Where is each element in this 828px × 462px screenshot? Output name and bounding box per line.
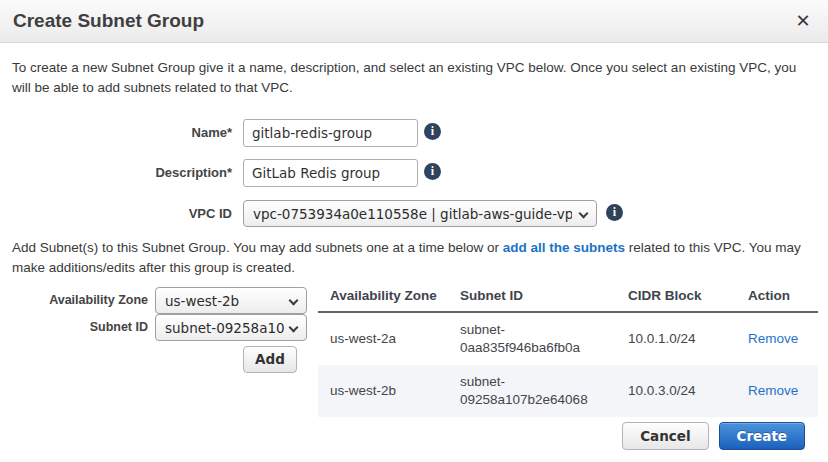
add-subnets-text: Add Subnet(s) to this Subnet Group. You … <box>12 238 818 278</box>
description-label: Description* <box>0 165 232 180</box>
cell-availability-zone: us-west-2b <box>318 365 448 417</box>
remove-link[interactable]: Remove <box>748 331 798 346</box>
add-all-subnets-link[interactable]: add all the subnets <box>503 240 625 255</box>
intro-text: To create a new Subnet Group give it a n… <box>12 58 818 98</box>
col-header-availability-zone: Availability Zone <box>318 283 448 312</box>
subnet-id-label: Subnet ID <box>0 320 148 334</box>
create-button[interactable]: Create <box>719 422 805 450</box>
info-icon[interactable]: i <box>424 123 441 140</box>
chevron-down-icon <box>289 296 299 306</box>
subnet-id-selected-value: subnet-09258a10 <box>165 320 285 336</box>
table-header-row: Availability Zone Subnet ID CIDR Block A… <box>318 283 818 312</box>
table-row: us-west-2b subnet-09258a107b2e64068 10.0… <box>318 365 818 417</box>
availability-zone-select[interactable]: us-west-2b <box>155 287 307 314</box>
modal-header: Create Subnet Group ✕ <box>0 0 828 43</box>
info-icon[interactable]: i <box>606 204 623 221</box>
subnet-table: Availability Zone Subnet ID CIDR Block A… <box>318 283 818 417</box>
add-subnets-text-before: Add Subnet(s) to this Subnet Group. You … <box>12 240 503 255</box>
cell-subnet-id: subnet-0aa835f946ba6fb0a <box>448 312 616 365</box>
availability-zone-label: Availability Zone <box>0 293 148 307</box>
vpc-id-label: VPC ID <box>0 206 232 221</box>
cell-cidr-block: 10.0.1.0/24 <box>616 312 736 365</box>
subnet-id-select[interactable]: subnet-09258a10 <box>155 314 307 341</box>
add-button[interactable]: Add <box>243 346 297 373</box>
name-label: Name* <box>0 125 232 140</box>
info-icon[interactable]: i <box>424 163 441 180</box>
col-header-subnet-id: Subnet ID <box>448 283 616 312</box>
col-header-cidr-block: CIDR Block <box>616 283 736 312</box>
close-icon[interactable]: ✕ <box>791 9 815 33</box>
footer-buttons: Cancel Create <box>622 422 805 450</box>
cell-subnet-id: subnet-09258a107b2e64068 <box>448 365 616 417</box>
cancel-button[interactable]: Cancel <box>622 422 708 450</box>
name-input[interactable] <box>243 119 418 147</box>
table-row: us-west-2a subnet-0aa835f946ba6fb0a 10.0… <box>318 312 818 365</box>
cell-cidr-block: 10.0.3.0/24 <box>616 365 736 417</box>
vpc-id-select[interactable]: vpc-0753934a0e110558e | gitlab-aws-guide… <box>243 200 597 227</box>
chevron-down-icon <box>579 209 589 219</box>
cell-availability-zone: us-west-2a <box>318 312 448 365</box>
chevron-down-icon <box>289 323 299 333</box>
page-title: Create Subnet Group <box>13 0 204 42</box>
description-input[interactable] <box>243 159 418 187</box>
create-subnet-group-modal: Create Subnet Group ✕ To create a new Su… <box>0 0 828 462</box>
vpc-id-selected-value: vpc-0753934a0e110558e | gitlab-aws-guide… <box>253 206 572 222</box>
availability-zone-selected-value: us-west-2b <box>165 293 239 309</box>
col-header-action: Action <box>736 283 818 312</box>
remove-link[interactable]: Remove <box>748 383 798 398</box>
